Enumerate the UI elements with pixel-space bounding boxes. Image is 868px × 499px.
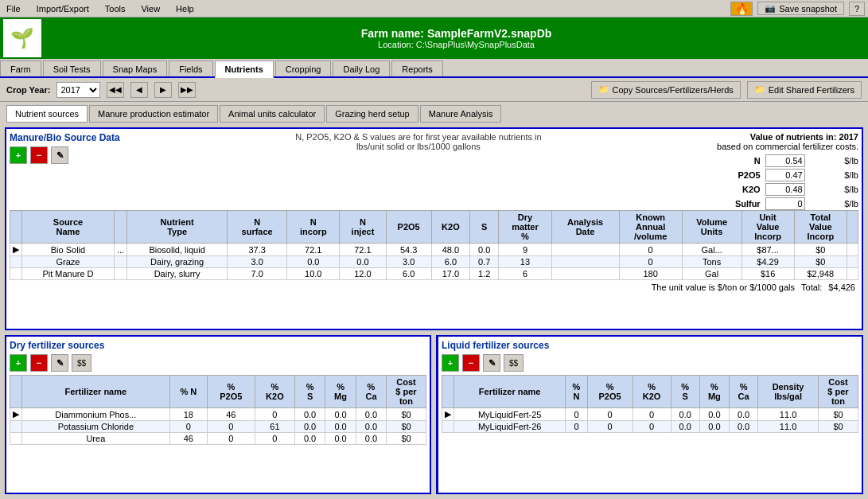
dry-fert-controls: + − ✎ $$ <box>10 354 426 372</box>
dry-fert-edit-button[interactable]: ✎ <box>51 354 68 372</box>
liq-col-mg: %Mg <box>699 376 729 408</box>
value-panel-subtitle: based on commercial fertilizer costs. <box>717 142 858 151</box>
col-dry-matter: Drymatter% <box>499 211 551 244</box>
p2o5-unit: $/lb <box>824 170 858 180</box>
dry-fert-add-button[interactable]: + <box>10 354 27 372</box>
farm-location: Location: C:\SnapPlus\MySnapPlusData <box>48 40 865 49</box>
edit-icon-bio[interactable]: ... <box>114 244 127 256</box>
nav-next-button[interactable]: ▶ <box>154 82 172 98</box>
nav-tab-nutrients[interactable]: Nutrients <box>215 60 274 78</box>
dry-fert-remove-button[interactable]: − <box>30 354 48 372</box>
col-known-annual: KnownAnnual/volume <box>619 211 682 244</box>
col-p2o5: P2O5 <box>386 211 431 244</box>
menu-tools[interactable]: Tools <box>102 3 129 14</box>
liquid-fert-title: Liquid fertilizer sources <box>442 340 858 351</box>
dry-fertilizer-section: Dry fertilizer sources + − ✎ $$ Fertiliz… <box>5 335 431 494</box>
sub-tab-nutrient-sources[interactable]: Nutrient sources <box>6 105 88 123</box>
crop-year-label: Crop Year: <box>6 85 50 95</box>
toolbar: Crop Year: 2017 ◀◀ ◀ ▶ ▶▶ 📁 Copy Sources… <box>0 78 868 102</box>
menu-bar: File Import/Export Tools View Help 🔥 📷 S… <box>0 0 868 18</box>
k2o-value-input[interactable] <box>765 183 805 196</box>
camera-icon: 📷 <box>765 3 776 14</box>
value-panel: Value of nutrients in: 2017 based on com… <box>717 132 858 210</box>
copy-sources-button[interactable]: 📁 Copy Sources/Fertilizers/Herds <box>591 81 741 99</box>
n-label: N <box>717 156 764 166</box>
p2o5-value-input[interactable] <box>765 169 805 181</box>
nav-prev-button[interactable]: ◀ <box>130 82 148 98</box>
liquid-fert-add-button[interactable]: + <box>442 354 459 372</box>
manure-note: N, P2O5, K2O & S values are for first ye… <box>120 132 717 151</box>
nav-tab-daily-log[interactable]: Daily Log <box>333 60 390 76</box>
menu-file[interactable]: File <box>3 3 24 14</box>
sub-tab-manure-production[interactable]: Manure production estimator <box>89 105 218 123</box>
k2o-label: K2O <box>717 185 764 194</box>
menu-help[interactable]: Help <box>173 3 197 14</box>
dry-fert-table-wrapper: Fertilizer name % N %P2O5 %K2O %S %Mg %C… <box>10 375 426 445</box>
n-value-input[interactable] <box>765 154 805 167</box>
crop-year-select[interactable]: 2017 <box>56 82 100 98</box>
table-row: Urea46000.00.00.0$0 <box>10 433 426 445</box>
liq-col-name: Fertilizer name <box>454 376 566 408</box>
nav-tab-cropping[interactable]: Cropping <box>275 60 332 76</box>
nav-first-button[interactable]: ◀◀ <box>107 82 124 98</box>
total-label: Total: <box>801 283 822 292</box>
dry-col-name: Fertilizer name <box>22 376 170 408</box>
liq-col-k2o: %K2O <box>633 376 671 408</box>
liquid-fert-table-wrapper: Fertilizer name %N %P2O5 %K2O %S %Mg %Ca… <box>442 375 858 433</box>
nav-tab-reports[interactable]: Reports <box>391 60 443 76</box>
col-nutrient-type: NutrientType <box>127 211 228 244</box>
total-value: $4,426 <box>828 283 855 292</box>
liquid-fert-cost-button[interactable]: $$ <box>504 354 524 372</box>
col-k2o: K2O <box>431 211 469 244</box>
nav-tab-snap-maps[interactable]: Snap Maps <box>103 60 168 76</box>
menu-import-export[interactable]: Import/Export <box>33 3 92 14</box>
menu-view[interactable]: View <box>138 3 163 14</box>
edit-shared-fertilizers-button[interactable]: 📁 Edit Shared Fertilizers <box>747 81 862 99</box>
col-source-name: SourceName <box>22 211 115 244</box>
sub-tab-animal-units[interactable]: Animal units calculator <box>220 105 325 123</box>
n-unit: $/lb <box>824 156 858 166</box>
dry-col-s: %S <box>295 376 325 408</box>
liq-col-n: %N <box>566 376 587 408</box>
col-n-surface: Nsurface <box>228 211 287 244</box>
table-row: Pit Manure DDairy, slurry 7.010.012.06.0… <box>10 268 858 280</box>
nav-tab-fields[interactable]: Fields <box>169 60 212 76</box>
manure-edit-button[interactable]: ✎ <box>51 146 68 164</box>
liq-col-ca: %Ca <box>729 376 757 408</box>
liquid-fert-edit-button[interactable]: ✎ <box>483 354 500 372</box>
nav-last-button[interactable]: ▶▶ <box>178 82 196 98</box>
col-analysis-date: AnalysisDate <box>551 211 619 244</box>
dry-fert-cost-button[interactable]: $$ <box>72 354 91 372</box>
sub-tab-manure-analysis[interactable]: Manure Analysis <box>420 105 502 123</box>
nav-tab-farm[interactable]: Farm <box>0 60 41 76</box>
sub-tab-grazing-herd[interactable]: Grazing herd setup <box>326 105 418 123</box>
liq-col-cost: Cost$ perton <box>819 376 858 408</box>
liq-col-density: Densitylbs/gal <box>758 376 819 408</box>
p2o5-label: P2O5 <box>717 170 764 180</box>
logo-button[interactable]: 🔥 <box>730 2 753 16</box>
table-row: ▶ MyLiquidFert-250000.00.00.011.0$0 <box>442 408 858 421</box>
col-n-inject: Ninject <box>340 211 386 244</box>
header-text: Farm name: SampleFarmV2.snapDb Location:… <box>48 27 865 49</box>
table-row: Potassium Chloride00610.00.00.0$0 <box>10 421 426 433</box>
manure-add-button[interactable]: + <box>10 146 27 164</box>
liquid-fert-remove-button[interactable]: − <box>462 354 480 372</box>
manure-bio-source-section: Manure/Bio Source Data + − ✎ N, P2O5, K2… <box>5 127 863 330</box>
app-logo: 🌱 <box>3 19 41 57</box>
folder2-icon: 📁 <box>754 84 765 95</box>
farm-name: Farm name: SampleFarmV2.snapDb <box>48 27 865 40</box>
nav-tab-soil-tests[interactable]: Soil Tests <box>43 60 101 76</box>
liq-col-s: %S <box>671 376 699 408</box>
dry-col-n: % N <box>169 376 207 408</box>
dry-fert-title: Dry fertilizer sources <box>10 340 426 351</box>
sulfur-label: Sulfur <box>717 199 764 209</box>
table-row: MyLiquidFert-260000.00.00.011.0$0 <box>442 421 858 433</box>
folder-icon: 📁 <box>598 84 609 95</box>
sulfur-value-input[interactable] <box>765 197 805 210</box>
liquid-fert-table: Fertilizer name %N %P2O5 %K2O %S %Mg %Ca… <box>442 375 858 433</box>
save-snapshot-button[interactable]: 📷 Save snapshot <box>757 2 844 15</box>
liquid-fert-controls: + − ✎ $$ <box>442 354 858 372</box>
manure-remove-button[interactable]: − <box>30 146 48 164</box>
help-button[interactable]: ? <box>849 2 865 16</box>
col-s: S <box>470 211 499 244</box>
